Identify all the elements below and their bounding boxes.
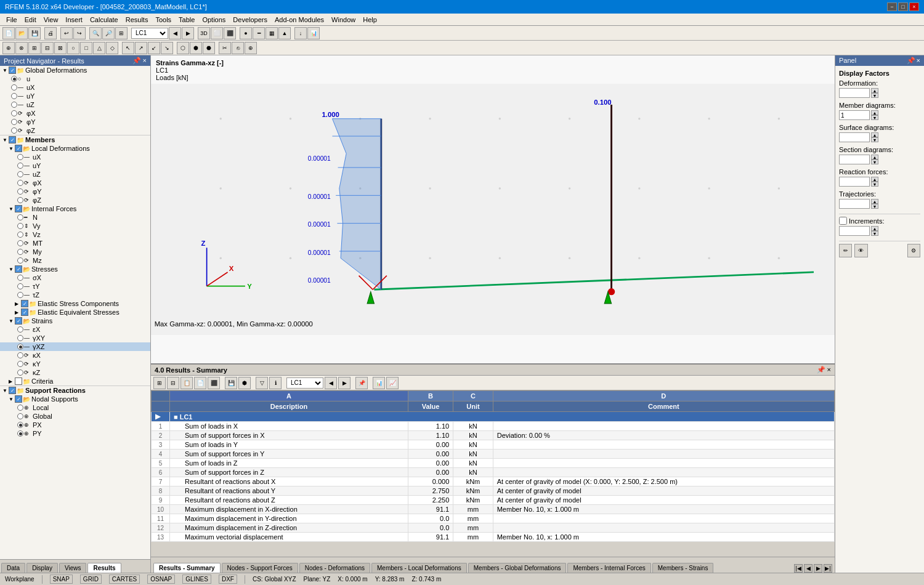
tree-members[interactable]: ▼ ✓ 📁 Members xyxy=(0,135,150,144)
tb-wire[interactable]: ⬜ xyxy=(211,27,223,39)
radio-gxy[interactable] xyxy=(17,335,23,341)
tree-ex[interactable]: — εX xyxy=(0,325,150,334)
tab-members-local[interactable]: Members - Local Deformations xyxy=(371,563,467,573)
rp-reaction-input[interactable] xyxy=(839,177,870,187)
radio-Mz[interactable] xyxy=(17,257,23,264)
tree-Mz[interactable]: ⟳ Mz xyxy=(0,256,150,265)
col-C[interactable]: C xyxy=(453,391,493,401)
menu-edit[interactable]: Edit xyxy=(21,15,40,24)
tree-global[interactable]: ⊕ Global xyxy=(0,412,150,421)
tb2-19[interactable]: ⊕ xyxy=(245,42,257,54)
nav-tab-results[interactable]: Results xyxy=(87,563,121,573)
rp-member-input[interactable] xyxy=(839,110,870,120)
menu-options[interactable]: Options xyxy=(198,15,229,24)
tb2-3[interactable]: ⊞ xyxy=(28,42,41,54)
tb2-7[interactable]: □ xyxy=(80,42,92,54)
tb2-17[interactable]: ✂ xyxy=(219,42,231,54)
radio-phiy[interactable] xyxy=(11,119,17,125)
rp-section-input[interactable] xyxy=(839,155,870,164)
restore-btn[interactable]: □ xyxy=(898,2,908,11)
table-row[interactable]: 3 Sum of loads in Y 0.00 kN xyxy=(152,440,835,450)
results-close-icon[interactable]: × xyxy=(827,366,831,374)
check-local-def[interactable]: ✓ xyxy=(15,145,22,152)
status-cartes[interactable]: CARTES xyxy=(109,575,140,584)
tab-members-internal[interactable]: Members - Internal Forces xyxy=(567,563,650,573)
status-glines[interactable]: GLINES xyxy=(182,575,211,584)
radio-global[interactable] xyxy=(17,413,23,419)
radio-phix[interactable] xyxy=(11,110,17,116)
menu-insert[interactable]: Insert xyxy=(62,15,86,24)
tree-tauz[interactable]: — τZ xyxy=(0,291,150,299)
check-members[interactable]: ✓ xyxy=(9,136,16,143)
lc-dropdown[interactable]: LC1 xyxy=(131,28,168,39)
tree-kx[interactable]: ⟳ κX xyxy=(0,351,150,360)
tb2-11[interactable]: ↗ xyxy=(135,42,147,54)
tb2-5[interactable]: ⊠ xyxy=(54,42,67,54)
tab-nav-last[interactable]: ▶| xyxy=(824,564,832,573)
rp-increments-input[interactable] xyxy=(839,226,870,236)
table-row[interactable]: 13 Maximum vectorial displacement 91.1 m… xyxy=(152,533,835,542)
tb-save[interactable]: 💾 xyxy=(28,27,41,39)
tree-ux[interactable]: — uX xyxy=(0,83,150,92)
check-global-def[interactable]: ✓ xyxy=(9,67,16,74)
check-stresses[interactable]: ✓ xyxy=(15,265,22,273)
rp-increments-check[interactable]: Increments: xyxy=(839,217,920,225)
nav-close-icon[interactable]: × xyxy=(143,57,147,65)
tb-next[interactable]: ▶ xyxy=(182,27,194,39)
tb2-8[interactable]: △ xyxy=(93,42,105,54)
tb-new[interactable]: 📄 xyxy=(2,27,15,39)
tb-redo[interactable]: ↪ xyxy=(73,27,86,39)
tab-nodes-deform[interactable]: Nodes - Deformations xyxy=(299,563,370,573)
status-grid[interactable]: GRID xyxy=(80,575,102,584)
tree-kz[interactable]: ⟳ κZ xyxy=(0,368,150,377)
radio-local-uz[interactable] xyxy=(17,171,23,177)
radio-ex[interactable] xyxy=(17,326,23,333)
tb2-2[interactable]: ⊗ xyxy=(15,42,28,54)
check-criteria[interactable] xyxy=(15,377,22,385)
nav-tab-views[interactable]: Views xyxy=(59,563,87,573)
tree-gxy[interactable]: — γXY xyxy=(0,334,150,342)
tab-nodes-support[interactable]: Nodes - Support Forces xyxy=(222,563,298,573)
nav-tab-data[interactable]: Data xyxy=(1,563,25,573)
rp-reaction-up[interactable]: ▲ xyxy=(871,177,878,182)
radio-uy[interactable] xyxy=(11,93,17,99)
col-D[interactable]: D xyxy=(493,391,834,401)
tb-render[interactable]: ⬛ xyxy=(224,27,236,39)
rp-section-down[interactable]: ▼ xyxy=(871,159,878,164)
table-row[interactable]: 2 Sum of support forces in X 1.10 kN Dev… xyxy=(152,431,835,440)
tree-local-def[interactable]: ▼ ✓ 📂 Local Deformations xyxy=(0,144,150,153)
table-row[interactable]: 12 Maximum displacement in Z-direction 0… xyxy=(152,523,835,533)
radio-local-uy[interactable] xyxy=(17,163,23,169)
tb-open[interactable]: 📂 xyxy=(15,27,28,39)
tree-MT[interactable]: ⟳ MT xyxy=(0,239,150,248)
rp-deform-up[interactable]: ▲ xyxy=(871,88,878,93)
table-row[interactable]: 1 Sum of loads in X 1.10 kN xyxy=(152,422,835,431)
close-btn[interactable]: × xyxy=(909,2,919,11)
radio-Vz[interactable] xyxy=(17,232,23,238)
tb-undo[interactable]: ↩ xyxy=(60,27,73,39)
tab-members-strains[interactable]: Members - Strains xyxy=(652,563,714,573)
res-tb-filter[interactable]: ▽ xyxy=(256,377,268,389)
radio-ky[interactable] xyxy=(17,361,23,367)
tree-phiy[interactable]: ⟳ φY xyxy=(0,118,150,126)
tree-px[interactable]: ⊕ PX xyxy=(0,421,150,429)
rp-traj-down[interactable]: ▼ xyxy=(871,204,878,209)
tree-N[interactable]: ━ N xyxy=(0,213,150,222)
tb-zoom-out[interactable]: 🔎 xyxy=(102,27,115,39)
tree-gxz[interactable]: — γXZ xyxy=(0,342,150,351)
rp-member-up[interactable]: ▲ xyxy=(871,110,878,115)
radio-local-phix[interactable] xyxy=(17,180,23,186)
tree-nodal-supports[interactable]: ▼ ✓ 📂 Nodal Supports xyxy=(0,395,150,403)
rp-incr-up[interactable]: ▲ xyxy=(871,226,878,231)
table-row[interactable]: 10 Maximum displacement in X-direction 9… xyxy=(152,505,835,514)
radio-phiz[interactable] xyxy=(11,127,17,134)
radio-local-phiy[interactable] xyxy=(17,188,23,195)
results-table-container[interactable]: A B C D Description Value Unit Comment xyxy=(151,390,835,557)
rp-surface-input[interactable] xyxy=(839,132,870,142)
tree-phix[interactable]: ⟳ φX xyxy=(0,109,150,118)
check-elastic-equiv[interactable]: ✓ xyxy=(21,309,28,316)
radio-kx[interactable] xyxy=(17,352,23,358)
tb-load[interactable]: ↓ xyxy=(294,27,307,39)
tb2-6[interactable]: ○ xyxy=(67,42,79,54)
tb2-18[interactable]: ⎋ xyxy=(232,42,244,54)
